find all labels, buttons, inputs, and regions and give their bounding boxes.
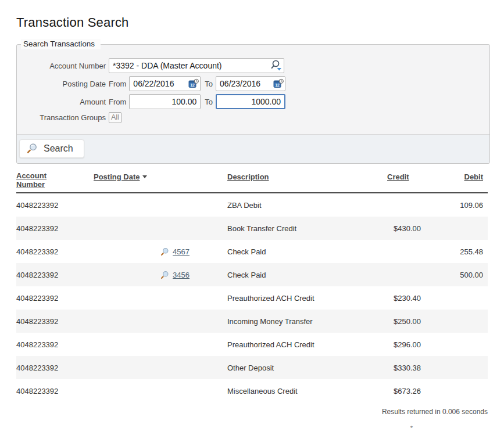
table-row: 4048223392 3456 Check Paid 500.00 bbox=[16, 263, 488, 286]
account-number-label: Account Number bbox=[22, 62, 106, 70]
cell-account-number: 4048223392 bbox=[16, 317, 94, 326]
cell-account-number: 4048223392 bbox=[16, 364, 94, 372]
cell-account-number: 4048223392 bbox=[16, 201, 94, 210]
cell-description: ZBA Debit bbox=[190, 201, 387, 210]
calendar-icon[interactable]: 12 bbox=[273, 79, 284, 89]
cell-check: 3456 bbox=[94, 271, 190, 279]
cell-account-number: 4048223392 bbox=[16, 224, 94, 233]
page-title: Transaction Search bbox=[16, 15, 490, 30]
table-row: 4048223392 Book Transfer Credit $430.00 bbox=[16, 217, 488, 240]
amount-row: Amount From To bbox=[22, 94, 484, 109]
column-header-account-number: Account Number bbox=[16, 171, 94, 189]
transaction-groups-all-button[interactable]: All bbox=[109, 112, 121, 123]
cell-debit: 500.00 bbox=[445, 271, 488, 279]
view-check-magnifier-icon[interactable] bbox=[160, 247, 169, 256]
cell-account-number: 4048223392 bbox=[16, 387, 94, 395]
search-panel: Search Transactions Account Number bbox=[16, 44, 490, 164]
amount-from-input[interactable] bbox=[129, 94, 201, 109]
table-row: 4048223392 Miscellaneous Credit $673.26 bbox=[16, 379, 488, 402]
cell-check: 4567 bbox=[94, 247, 190, 256]
panel-legend: Search Transactions bbox=[21, 39, 101, 49]
search-icon bbox=[27, 143, 38, 154]
cell-account-number: 4048223392 bbox=[16, 340, 94, 349]
cell-credit: $230.40 bbox=[387, 294, 445, 303]
table-row: 4048223392 Preauthorized ACH Credit $230… bbox=[16, 286, 488, 310]
amount-to-input[interactable] bbox=[216, 94, 285, 109]
results-timing: Results returned in 0.006 seconds bbox=[16, 408, 488, 416]
table-row: 4048223392 Incoming Money Transfer $250.… bbox=[16, 310, 488, 333]
column-header-debit: Debit bbox=[445, 171, 488, 182]
posting-date-row: Posting Date From 12 bbox=[22, 76, 484, 91]
view-check-magnifier-icon[interactable] bbox=[160, 271, 169, 279]
table-row: 4048223392 ZBA Debit 109.06 bbox=[16, 193, 488, 217]
account-lookup-icon[interactable] bbox=[269, 60, 282, 72]
column-header-credit: Credit bbox=[387, 171, 445, 182]
cell-credit: $430.00 bbox=[387, 224, 445, 233]
column-header-posting-date: Posting Date bbox=[94, 171, 190, 182]
cell-credit: $330.38 bbox=[387, 364, 445, 372]
required-marker: * bbox=[410, 425, 413, 428]
panel-actions: Search bbox=[17, 134, 489, 163]
cell-account-number: 4048223392 bbox=[16, 271, 94, 279]
cell-credit: $296.00 bbox=[387, 340, 445, 349]
results-table: Account Number Posting Date Description … bbox=[16, 171, 488, 428]
cell-debit: 109.06 bbox=[445, 201, 488, 210]
cell-description: Preauthorized ACH Credit bbox=[190, 340, 387, 349]
account-number-row: Account Number bbox=[22, 58, 484, 73]
cell-description: Preauthorized ACH Credit bbox=[190, 294, 387, 303]
search-form: Account Number Posting Date From bbox=[17, 45, 489, 134]
cell-credit: $673.26 bbox=[387, 387, 445, 395]
cell-description: Check Paid bbox=[190, 271, 387, 279]
transaction-groups-row: Transaction Groups All bbox=[22, 112, 484, 123]
account-number-input[interactable] bbox=[109, 58, 284, 73]
posting-date-label: Posting Date bbox=[22, 80, 106, 88]
table-row: 4048223392 4567 Check Paid 255.48 bbox=[16, 240, 488, 263]
required-fields-note: *indicates required fields bbox=[16, 425, 488, 428]
posting-date-from-label: From bbox=[109, 80, 126, 88]
search-button-label: Search bbox=[44, 143, 73, 154]
amount-label: Amount bbox=[22, 98, 106, 106]
sort-descending-icon bbox=[142, 175, 147, 178]
table-row: 4048223392 Other Deposit $330.38 bbox=[16, 356, 488, 379]
results-body: 4048223392 ZBA Debit 109.06 4048223392 B… bbox=[16, 193, 488, 402]
cell-description: Incoming Money Transfer bbox=[190, 317, 387, 326]
cell-description: Other Deposit bbox=[190, 364, 387, 372]
check-number-link[interactable]: 4567 bbox=[173, 247, 190, 256]
results-header: Account Number Posting Date Description … bbox=[16, 171, 488, 193]
cell-credit: $250.00 bbox=[387, 317, 445, 326]
cell-description: Check Paid bbox=[190, 247, 387, 256]
transaction-search-page: Transaction Search Search Transactions A… bbox=[0, 0, 504, 428]
svg-text:12: 12 bbox=[275, 83, 280, 87]
cell-debit: 255.48 bbox=[445, 247, 488, 256]
posting-date-to-label: To bbox=[205, 80, 213, 88]
cell-account-number: 4048223392 bbox=[16, 247, 94, 256]
cell-description: Book Transfer Credit bbox=[190, 224, 387, 233]
calendar-icon[interactable]: 12 bbox=[188, 79, 199, 89]
cell-account-number: 4048223392 bbox=[16, 294, 94, 303]
search-button[interactable]: Search bbox=[19, 139, 84, 158]
transaction-groups-label: Transaction Groups bbox=[22, 113, 106, 122]
amount-to-label: To bbox=[205, 98, 213, 106]
check-number-link[interactable]: 3456 bbox=[173, 271, 190, 279]
cell-description: Miscellaneous Credit bbox=[190, 387, 387, 395]
svg-text:12: 12 bbox=[191, 83, 195, 87]
amount-from-label: From bbox=[109, 98, 126, 106]
table-row: 4048223392 Preauthorized ACH Credit $296… bbox=[16, 333, 488, 356]
column-header-description: Description bbox=[190, 171, 387, 182]
